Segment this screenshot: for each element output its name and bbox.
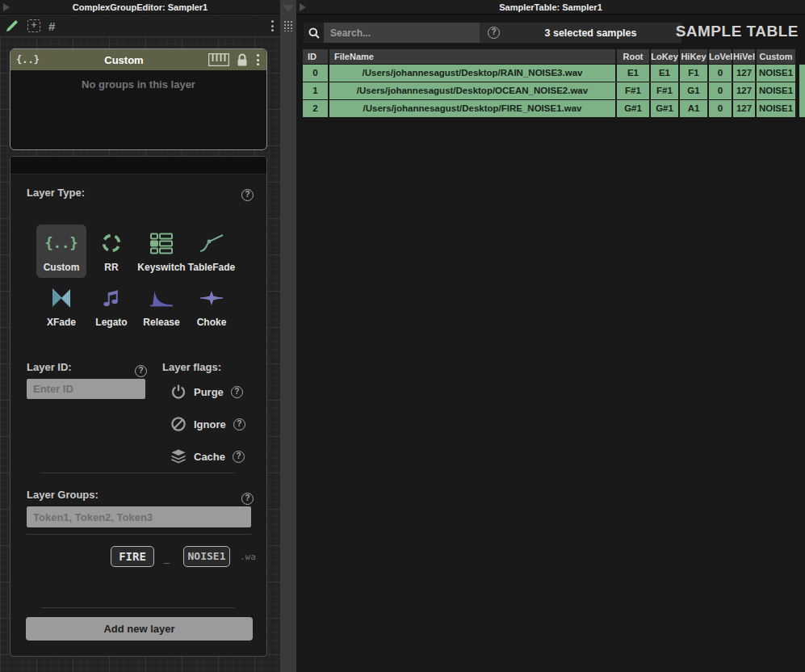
music-notes-icon <box>101 279 122 317</box>
add-group-icon[interactable]: + <box>27 19 40 32</box>
layer-id-input[interactable] <box>27 379 145 399</box>
layer-type-row-1: {..} Custom RR Keyswitch <box>36 225 237 278</box>
keyswitch-grid-icon <box>149 225 174 262</box>
group-menu-icon[interactable] <box>255 52 261 67</box>
sample-cell[interactable]: 0 <box>709 82 732 99</box>
flag-cache[interactable]: Cache ? <box>170 447 245 465</box>
column-header-hikey[interactable]: HiKey <box>680 49 707 64</box>
braces-icon: {..} <box>16 54 40 65</box>
custom-group-title: Custom <box>46 54 202 66</box>
splitter-drag-handle-icon[interactable] <box>283 19 294 32</box>
sample-cell[interactable]: G#1 <box>651 100 678 117</box>
token-fire[interactable]: FIRE <box>111 546 154 567</box>
token-separator: _ <box>164 552 170 565</box>
lock-icon[interactable] <box>236 53 249 67</box>
panel-splitter[interactable] <box>280 0 296 672</box>
sample-cell[interactable]: E1 <box>651 65 678 82</box>
selected-row-sliver <box>799 65 805 117</box>
table-fade-curve-icon <box>199 225 224 262</box>
sample-cell[interactable]: 127 <box>733 65 755 82</box>
release-envelope-icon <box>149 279 174 317</box>
sample-cell[interactable]: G#1 <box>617 100 649 117</box>
sample-cell[interactable]: 127 <box>733 82 755 99</box>
round-robin-icon <box>100 225 123 262</box>
layer-type-keyswitch[interactable]: Keyswitch <box>136 225 187 278</box>
left-titlebar: ComplexGroupEditor: Sampler1 <box>0 0 280 15</box>
sample-search-bar: ? 3 selected samples <box>303 22 682 44</box>
sample-cell[interactable]: G1 <box>680 82 707 99</box>
sample-cell[interactable]: E1 <box>617 65 649 82</box>
toolbar-menu-icon[interactable] <box>270 19 275 33</box>
layer-type-custom[interactable]: {..} Custom <box>36 225 86 278</box>
layer-type-release[interactable]: Release <box>136 279 187 333</box>
layers-stack-icon <box>170 448 187 464</box>
crossfade-icon <box>50 279 73 317</box>
search-icon[interactable] <box>304 23 324 43</box>
search-input[interactable] <box>324 23 480 43</box>
splitter-arrow-icon[interactable] <box>283 5 294 12</box>
layer-groups-input[interactable] <box>27 506 251 527</box>
layer-type-legato[interactable]: Legato <box>86 279 136 333</box>
layer-editor-header[interactable] <box>10 157 266 174</box>
column-header-filename[interactable]: FileName <box>329 49 615 64</box>
sample-cell[interactable]: 0 <box>303 65 328 82</box>
column-header-id[interactable]: ID <box>303 49 328 64</box>
column-header-lovel[interactable]: LoVel <box>709 49 732 64</box>
layer-groups-label: Layer Groups: <box>27 489 99 501</box>
token-noise1[interactable]: NOISE1 <box>183 546 230 567</box>
sample-cell[interactable]: NOISE1 <box>757 100 795 117</box>
slash-circle-icon <box>170 416 187 432</box>
sample-filename-cell[interactable]: /Users/johannesagust/Desktop/OCEAN_NOISE… <box>329 82 615 99</box>
collapse-arrow-icon[interactable] <box>3 3 10 11</box>
search-help-icon[interactable]: ? <box>488 27 500 39</box>
keyboard-icon[interactable] <box>208 53 229 66</box>
sample-cell[interactable]: 127 <box>733 100 755 117</box>
sample-cell[interactable]: NOISE1 <box>757 65 795 82</box>
layer-type-choke[interactable]: Choke <box>187 279 237 333</box>
token-file-suffix: .wa <box>240 552 256 562</box>
power-icon <box>170 384 187 400</box>
column-header-hivel[interactable]: HiVel <box>733 49 755 64</box>
sample-cell[interactable]: 2 <box>303 100 328 117</box>
complex-group-editor-region: ComplexGroupEditor: Sampler1 + # {..} Cu… <box>0 0 280 672</box>
cache-help-icon[interactable]: ? <box>233 451 245 463</box>
right-panel-title: SamplerTable: Sampler1 <box>306 2 795 12</box>
layer-type-row-2: XFade Legato Release <box>36 279 237 333</box>
sample-cell[interactable]: NOISE1 <box>757 82 795 99</box>
sampler-table-region: SamplerTable: Sampler1 ? 3 selected samp… <box>296 0 805 672</box>
sample-cell[interactable]: A1 <box>680 100 707 117</box>
sample-filename-cell[interactable]: /Users/johannesagust/Desktop/FIRE_NOISE1… <box>329 100 615 117</box>
layer-type-xfade[interactable]: XFade <box>36 279 86 333</box>
editor-toolbar: + # <box>0 15 280 36</box>
sample-filename-cell[interactable]: /Users/johannesagust/Desktop/RAIN_NOISE3… <box>329 65 615 82</box>
empty-groups-message: No groups in this layer <box>10 78 266 90</box>
add-new-layer-button[interactable]: Add new layer <box>26 617 253 640</box>
sample-cell[interactable]: F#1 <box>617 82 649 99</box>
custom-group-header[interactable]: {..} Custom <box>10 49 266 70</box>
hash-icon[interactable]: # <box>48 19 55 33</box>
choke-spark-icon <box>199 279 224 317</box>
sample-cell[interactable]: 1 <box>303 82 328 99</box>
sample-cell[interactable]: 0 <box>709 100 732 117</box>
column-header-lokey[interactable]: LoKey <box>651 49 678 64</box>
layer-type-help-icon[interactable]: ? <box>241 189 254 201</box>
sample-table: IDFileNameRootLoKeyHiKeyLoVelHiVelCustom… <box>303 49 795 117</box>
flag-purge[interactable]: Purge ? <box>170 383 243 401</box>
layer-type-rr[interactable]: RR <box>86 225 136 278</box>
sample-cell[interactable]: F#1 <box>651 82 678 99</box>
selection-status: 3 selected samples <box>500 27 681 39</box>
edit-pencil-icon[interactable] <box>5 19 19 33</box>
collapse-arrow-icon[interactable] <box>300 3 306 11</box>
column-header-custom[interactable]: Custom <box>757 49 795 64</box>
divider <box>27 534 251 535</box>
purge-help-icon[interactable]: ? <box>231 386 243 398</box>
ignore-help-icon[interactable]: ? <box>233 418 245 430</box>
layer-groups-help-icon[interactable]: ? <box>241 493 254 505</box>
column-header-root[interactable]: Root <box>617 49 649 64</box>
sample-cell[interactable]: F1 <box>680 65 707 82</box>
sample-table-heading: SAMPLE TABLE <box>676 23 799 40</box>
flag-ignore[interactable]: Ignore ? <box>170 415 245 433</box>
layer-id-help-icon[interactable]: ? <box>135 365 147 377</box>
layer-type-tablefade[interactable]: TableFade <box>187 225 237 278</box>
sample-cell[interactable]: 0 <box>709 65 732 82</box>
